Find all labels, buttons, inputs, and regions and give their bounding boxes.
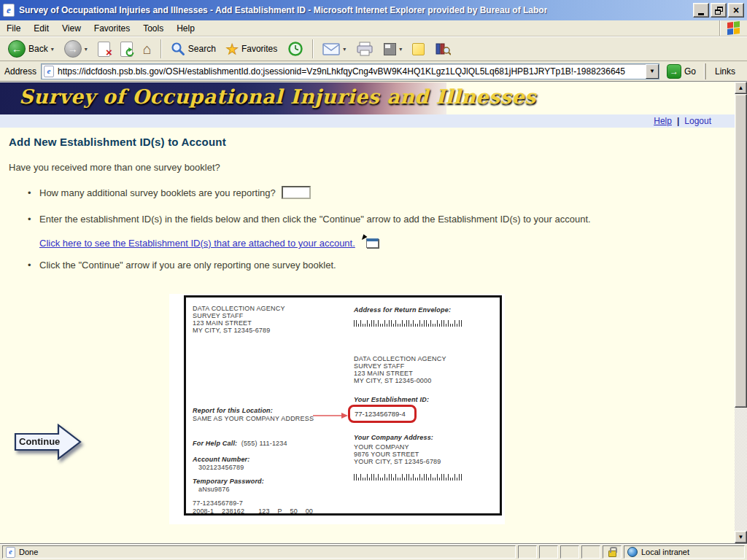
footer-id: 77-123456789-7: [193, 499, 243, 507]
refresh-button[interactable]: [116, 38, 137, 60]
toolbar-separator: [160, 39, 162, 58]
links-label: Links: [715, 66, 735, 77]
stop-button[interactable]: ×: [93, 38, 115, 60]
nav-divider: |: [677, 116, 679, 126]
site-banner: Survey of Occupational Injuries and Illn…: [0, 82, 446, 114]
back-dropdown-icon[interactable]: ▾: [51, 46, 54, 52]
refresh-icon: [120, 42, 133, 57]
bullet-icon: •: [28, 260, 39, 271]
view-establishment-ids-link[interactable]: Click here to see the Establishment ID(s…: [39, 238, 355, 249]
address-url: https://idcfdosh.psb.bls.gov/OSH/establi…: [58, 66, 646, 77]
help-call-row: For Help Call: (555) 111-1234: [193, 440, 287, 447]
menu-tools[interactable]: Tools: [136, 21, 170, 36]
favorites-button[interactable]: ★ Favorites: [222, 38, 282, 60]
ie-page-icon: e: [6, 547, 15, 558]
menu-favorites[interactable]: Favorites: [88, 21, 136, 36]
go-label: Go: [684, 66, 696, 77]
go-arrow-icon: →: [667, 64, 681, 79]
zone-panel: Local intranet: [624, 545, 745, 559]
browser-window: e Survey of Occupational Injuries and Il…: [0, 0, 747, 560]
address-label: Address: [4, 66, 36, 77]
links-toolbar[interactable]: Links: [705, 63, 743, 79]
sample-booklet-border: DATA COLLECTION AGENCY SURVEY STAFF 123 …: [184, 295, 502, 516]
sample-booklet-image: DATA COLLECTION AGENCY SURVEY STAFF 123 …: [169, 294, 505, 524]
bullet-booklet-count: • How many additional survey booklets ar…: [28, 186, 311, 199]
address-dropdown-button[interactable]: ▼: [646, 64, 659, 79]
bullet-enter-ids-text: Enter the establishment ID(s) in the fie…: [39, 214, 591, 225]
edit-dropdown-icon[interactable]: ▾: [399, 46, 402, 52]
mail-dropdown-icon[interactable]: ▾: [343, 46, 346, 52]
close-button[interactable]: ×: [728, 3, 744, 18]
vertical-scrollbar[interactable]: ▲ ▼: [735, 82, 747, 543]
home-icon: ⌂: [143, 42, 152, 56]
security-panel: [603, 545, 622, 559]
return-envelope-label: Address for Return Envelope:: [354, 306, 451, 314]
status-panel-empty: [518, 545, 537, 559]
back-icon: ←: [8, 40, 26, 58]
postnet-barcode: [354, 473, 463, 481]
company-address-label: Your Company Address:: [354, 434, 433, 441]
forward-dropdown-icon[interactable]: ▾: [85, 46, 88, 52]
back-button[interactable]: ← Back ▾: [4, 38, 58, 60]
popup-window-icon: [363, 236, 379, 248]
page-content: Survey of Occupational Injuries and Illn…: [0, 82, 735, 543]
globe-icon: [627, 547, 638, 557]
menu-view[interactable]: View: [55, 21, 88, 36]
menu-bar: File Edit View Favorites Tools Help: [0, 20, 747, 36]
window-title: Survey of Occupational Injuries and Illn…: [19, 5, 547, 15]
bullet-one-booklet: • Click the "Continue" arrow if you are …: [28, 260, 336, 271]
agency-address-block: DATA COLLECTION AGENCY SURVEY STAFF 123 …: [193, 305, 285, 334]
stop-icon: ×: [98, 42, 110, 57]
go-button[interactable]: → Go: [664, 63, 699, 80]
bullet-booklet-count-text: How many additional survey booklets are …: [39, 187, 276, 198]
scrollbar-thumb[interactable]: [735, 94, 747, 408]
print-button[interactable]: [352, 38, 378, 60]
page-icon: e: [44, 66, 54, 77]
bullet-icon: •: [28, 187, 39, 198]
address-bar: Address e https://idcfdosh.psb.bls.gov/O…: [0, 61, 747, 82]
research-button[interactable]: [430, 38, 455, 60]
scroll-down-button[interactable]: ▼: [735, 531, 747, 543]
mail-button[interactable]: ▾: [318, 38, 350, 60]
edit-button[interactable]: ▾: [379, 38, 406, 60]
temp-password-value: aNsu9876: [198, 486, 230, 493]
minimize-button[interactable]: [693, 3, 709, 18]
zone-text: Local intranet: [641, 548, 689, 556]
establishment-ids-link-row: Click here to see the Establishment ID(s…: [39, 238, 379, 249]
search-button[interactable]: Search: [166, 38, 220, 60]
address-input[interactable]: e https://idcfdosh.psb.bls.gov/OSH/estab…: [41, 63, 659, 79]
history-button[interactable]: [283, 38, 308, 60]
establishment-id-highlight: 77-123456789-4: [348, 405, 417, 423]
footer-codes: 2008-1 238162 123 P 50 00: [193, 508, 313, 515]
continue-button[interactable]: Continue: [13, 422, 86, 464]
title-bar: e Survey of Occupational Injuries and Il…: [0, 0, 747, 20]
temp-password-label: Temporary Password:: [193, 478, 264, 485]
home-button[interactable]: ⌂: [139, 38, 156, 60]
search-label: Search: [188, 44, 216, 54]
scroll-up-button[interactable]: ▲: [735, 82, 747, 94]
print-icon: [356, 42, 374, 56]
menu-help[interactable]: Help: [170, 21, 201, 36]
report-location-label: Report for this Location:: [193, 407, 273, 414]
forward-button[interactable]: → ▾: [60, 38, 92, 60]
status-panel-empty: [560, 545, 579, 559]
banner-title: Survey of Occupational Injuries and Illn…: [19, 85, 536, 108]
windows-logo-icon: [719, 20, 747, 36]
status-text: Done: [19, 548, 38, 556]
messenger-button[interactable]: [408, 38, 429, 60]
help-link[interactable]: Help: [654, 116, 672, 126]
menu-file[interactable]: File: [0, 21, 27, 36]
ie-logo-icon: e: [3, 4, 15, 17]
recipient-address-block: DATA COLLECTION AGENCY SURVEY STAFF 123 …: [354, 355, 446, 384]
history-icon: [287, 41, 303, 57]
logout-link[interactable]: Logout: [684, 116, 711, 126]
toolbar-separator: [312, 39, 314, 58]
research-books-icon: [435, 42, 451, 56]
status-panel: e Done: [2, 545, 516, 559]
account-number-value: 302123456789: [198, 464, 244, 471]
company-address-block: YOUR COMPANY 9876 YOUR STREET YOUR CITY,…: [354, 443, 441, 465]
account-number-label: Account Number:: [193, 456, 250, 463]
menu-edit[interactable]: Edit: [27, 21, 55, 36]
booklets-count-input[interactable]: [282, 186, 311, 199]
restore-button[interactable]: [711, 3, 727, 18]
